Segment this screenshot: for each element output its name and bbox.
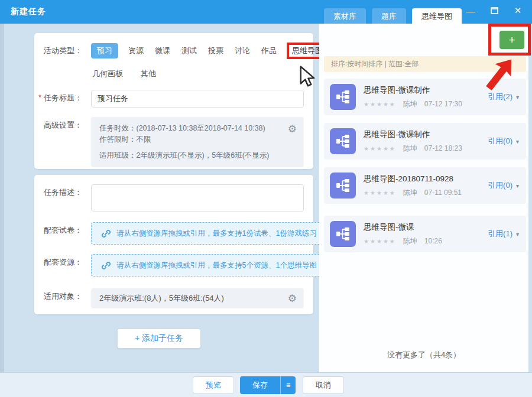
cite-button[interactable]: 引用(0) ▾ xyxy=(488,136,519,147)
link-icon xyxy=(101,261,111,271)
save-button[interactable]: 保存 ≡ xyxy=(240,376,296,394)
add-subtask-button[interactable]: + 添加子任务 xyxy=(117,328,201,349)
audience-gear-icon[interactable]: ⚙ xyxy=(288,292,297,305)
activity-option-microlesson[interactable]: 微课 xyxy=(154,43,171,58)
cancel-button[interactable]: 取消 xyxy=(303,376,344,394)
item-author: 陈坤 xyxy=(403,188,417,198)
item-time: 07-11 09:51 xyxy=(424,188,462,197)
activity-option-discussion[interactable]: 讨论 xyxy=(233,43,251,58)
tab-material-library[interactable]: 素材库 xyxy=(324,8,366,24)
link-icon xyxy=(101,229,111,239)
tab-question-bank[interactable]: 题库 xyxy=(372,8,406,24)
audience-value: 2年级演示班:(8人)，5年级6班:(54人) xyxy=(99,293,224,304)
resource-dropzone[interactable]: 请从右侧资源库拖拽或引用，最多支持5个资源、1个思维导图 xyxy=(91,254,325,276)
tab-mindmap[interactable]: 思维导图 xyxy=(412,8,462,24)
chevron-down-icon: ▾ xyxy=(516,231,519,237)
audience-label: 适用对象： xyxy=(44,288,91,302)
applicable-class-text: 适用班级：2年级演示班(不显示)，5年级6班(不显示) xyxy=(99,150,283,161)
task-validity-text: 任务时效：(2018-07-13 10:38至2018-07-14 10:38) xyxy=(99,123,283,134)
chevron-down-icon: ▾ xyxy=(516,183,519,189)
cite-button[interactable]: 引用(2) ▾ xyxy=(488,92,519,102)
annotation-red-arrow xyxy=(484,56,517,92)
activity-option-other[interactable]: 其他 xyxy=(140,66,157,82)
paper-hint-text: 请从右侧资源库拖拽或引用，最多支持1份试卷、1份游戏练习 xyxy=(116,229,317,239)
cite-button[interactable]: 引用(0) ▾ xyxy=(488,180,519,191)
list-item[interactable]: 思维导图-20180711-0928 ★★★★★ 陈坤 07-11 09:51 … xyxy=(324,167,526,204)
required-asterisk: * xyxy=(38,93,41,102)
resource-hint-text: 请从右侧资源库拖拽或引用，最多支持5个资源、1个思维导图 xyxy=(116,261,317,271)
list-item[interactable]: 思维导图-微课制作 ★★★★★ 陈坤 07-12 18:23 引用(0) ▾ xyxy=(324,123,526,160)
library-tabs: 素材库 题库 思维导图 xyxy=(324,8,462,24)
footer-bar: 预览 保存 ≡ 取消 xyxy=(0,372,532,397)
activity-option-test[interactable]: 测试 xyxy=(180,43,198,58)
rating-stars-icon: ★★★★★ xyxy=(364,101,396,108)
paper-row: 配套试卷： 请从右侧资源库拖拽或引用，最多支持1份试卷、1份游戏练习 xyxy=(44,222,304,245)
minimize-icon[interactable]: — xyxy=(465,5,476,17)
item-title: 思维导图-20180711-0928 xyxy=(364,174,488,184)
rating-stars-icon: ★★★★★ xyxy=(364,238,396,245)
activity-type-options: 预习 资源 微课 测试 投票 讨论 作品 思维导图 几何画板 其他 xyxy=(91,43,328,82)
answer-time-limit-text: 作答限时：不限 xyxy=(99,134,283,145)
activity-option-geometry-board[interactable]: 几何画板 xyxy=(91,66,124,82)
advanced-settings-gear-icon[interactable]: ⚙ xyxy=(288,122,297,137)
mindmap-list: 思维导图-微课制作 ★★★★★ 陈坤 07-12 17:30 引用(2) ▾ xyxy=(324,79,526,260)
mindmap-icon xyxy=(330,173,356,198)
item-time: 07-12 18:23 xyxy=(424,144,462,152)
advanced-settings-box: 任务时效：(2018-07-13 10:38至2018-07-14 10:38)… xyxy=(91,117,304,167)
activity-type-label: 活动类型： xyxy=(44,43,91,56)
advanced-settings-label: 高级设置： xyxy=(44,117,91,131)
item-title: 思维导图-微课制作 xyxy=(364,129,488,140)
mindmap-icon xyxy=(330,128,356,154)
task-title-row: *任务标题： xyxy=(44,90,304,108)
mindmap-icon xyxy=(330,221,356,247)
item-time: 10:26 xyxy=(424,237,442,245)
paper-label: 配套试卷： xyxy=(44,222,91,236)
preview-button[interactable]: 预览 xyxy=(193,376,234,394)
activity-type-row: 活动类型： 预习 资源 微课 测试 投票 讨论 作品 思维导图 几何画板 其他 xyxy=(44,43,304,82)
window-controls: — ✕ xyxy=(465,5,524,17)
activity-option-work[interactable]: 作品 xyxy=(260,43,278,58)
activity-option-preview[interactable]: 预习 xyxy=(91,43,118,58)
task-title-input[interactable] xyxy=(91,90,304,108)
item-title: 思维导图-微课 xyxy=(364,222,488,233)
item-author: 陈坤 xyxy=(403,236,417,246)
audience-row: 适用对象： 2年级演示班:(8人)，5年级6班:(54人) ⚙ xyxy=(44,288,304,308)
mouse-cursor xyxy=(299,65,316,87)
new-task-dialog: 新建任务 — ✕ 素材库 题库 思维导图 活动类型： 预习 资源 微课 测试 投… xyxy=(0,0,532,397)
add-mindmap-button[interactable]: + xyxy=(499,31,524,49)
audience-box: 2年级演示班:(8人)，5年级6班:(54人) ⚙ xyxy=(91,288,304,308)
item-time: 07-12 17:30 xyxy=(424,100,462,108)
item-author: 陈坤 xyxy=(403,144,417,154)
activity-option-resource[interactable]: 资源 xyxy=(127,43,145,58)
description-textarea[interactable] xyxy=(91,184,304,211)
item-title: 思维导图-微课制作 xyxy=(364,85,488,96)
task-title-label: *任务标题： xyxy=(44,90,91,103)
save-menu-icon[interactable]: ≡ xyxy=(280,376,296,394)
rating-stars-icon: ★★★★★ xyxy=(364,190,396,196)
rating-stars-icon: ★★★★★ xyxy=(364,145,396,152)
close-icon[interactable]: ✕ xyxy=(512,5,524,17)
paper-dropzone[interactable]: 请从右侧资源库拖拽或引用，最多支持1份试卷、1份游戏练习 xyxy=(91,222,325,245)
advanced-settings-row: 高级设置： 任务时效：(2018-07-13 10:38至2018-07-14 … xyxy=(44,117,304,167)
task-content-card: 任务描述： 配套试卷： 请从右侧资源库拖拽或引用，最多支持1份试卷、1份游戏练习… xyxy=(34,175,313,314)
cite-button[interactable]: 引用(1) ▾ xyxy=(488,229,519,239)
resource-row: 配套资源： 请从右侧资源库拖拽或引用，最多支持5个资源、1个思维导图 xyxy=(44,254,304,276)
no-more-text: 没有更多了（共4条） xyxy=(319,350,528,360)
window-title: 新建任务 xyxy=(11,6,46,17)
window-left-edge xyxy=(0,24,4,397)
mindmap-icon xyxy=(330,84,356,110)
activity-option-vote[interactable]: 投票 xyxy=(207,43,225,58)
list-item[interactable]: 思维导图-微课 ★★★★★ 陈坤 10:26 引用(1) ▾ xyxy=(324,216,526,252)
resource-label: 配套资源： xyxy=(44,254,91,268)
description-row: 任务描述： xyxy=(44,184,304,211)
task-basic-card: 活动类型： 预习 资源 微课 测试 投票 讨论 作品 思维导图 几何画板 其他 xyxy=(34,33,313,169)
chevron-down-icon: ▾ xyxy=(516,94,519,100)
item-author: 陈坤 xyxy=(403,99,417,109)
chevron-down-icon: ▾ xyxy=(516,138,519,145)
maximize-icon[interactable] xyxy=(488,5,500,17)
description-label: 任务描述： xyxy=(44,184,91,198)
